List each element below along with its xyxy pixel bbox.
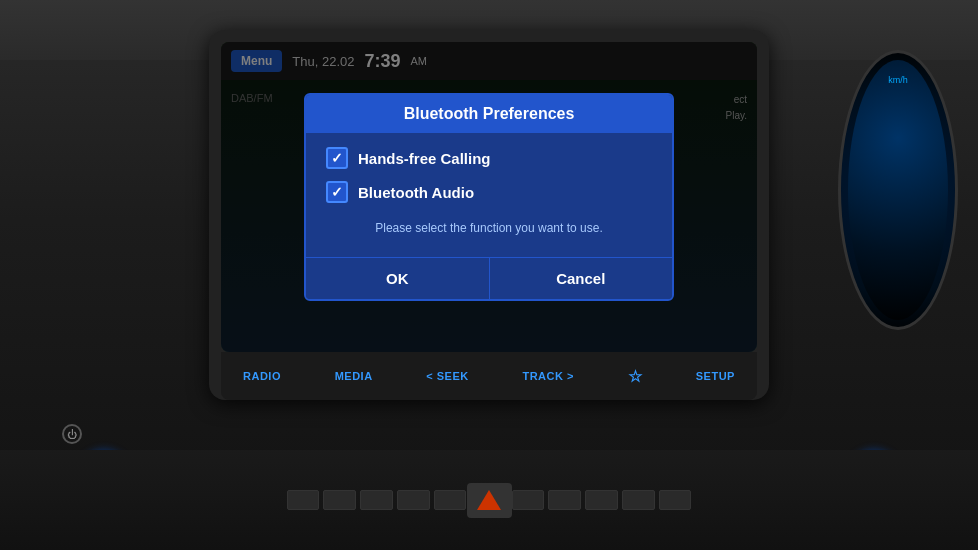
vent-slat	[548, 490, 581, 510]
hands-free-label: Hands-free Calling	[358, 150, 491, 167]
cluster-inner: km/h	[848, 60, 948, 320]
media-button[interactable]: MEDIA	[329, 366, 379, 386]
hands-free-checkbox[interactable]: ✓	[326, 147, 348, 169]
hands-free-checkmark: ✓	[331, 150, 343, 166]
vent-slat	[434, 490, 467, 510]
seek-button[interactable]: < SEEK	[420, 366, 474, 386]
hazard-button[interactable]	[467, 483, 512, 518]
left-vent	[287, 485, 467, 515]
dialog-buttons: OK Cancel	[306, 257, 672, 299]
bluetooth-audio-checkmark: ✓	[331, 184, 343, 200]
radio-button[interactable]: RADIO	[237, 366, 287, 386]
power-button[interactable]: ⏻	[62, 424, 82, 444]
vent-slat	[659, 490, 692, 510]
speed-unit: km/h	[888, 75, 908, 85]
cancel-button[interactable]: Cancel	[490, 258, 673, 299]
screen: Menu Thu, 22.02 7:39 AM DAB/FM ect Play.…	[221, 42, 757, 352]
hands-free-item[interactable]: ✓ Hands-free Calling	[326, 147, 652, 169]
favorite-button[interactable]: ☆	[622, 363, 649, 390]
dialog-note: Please select the function you want to u…	[326, 215, 652, 247]
dialog-title: Bluetooth Preferences	[306, 95, 672, 133]
vent-slat	[512, 490, 545, 510]
instrument-cluster: km/h	[838, 50, 958, 330]
right-vent	[512, 485, 692, 515]
dialog-body: ✓ Hands-free Calling ✓ Bluetooth Audio	[306, 133, 672, 257]
setup-button[interactable]: SETUP	[690, 366, 741, 386]
bluetooth-audio-item[interactable]: ✓ Bluetooth Audio	[326, 181, 652, 203]
bluetooth-audio-label: Bluetooth Audio	[358, 184, 474, 201]
vent-slat	[397, 490, 430, 510]
bluetooth-audio-checkbox[interactable]: ✓	[326, 181, 348, 203]
ok-button[interactable]: OK	[306, 258, 490, 299]
vent-slat	[287, 490, 320, 510]
bottom-area	[0, 450, 978, 550]
modal-overlay: Bluetooth Preferences ✓ Hands-free Calli…	[221, 42, 757, 352]
control-bar: RADIO MEDIA < SEEK TRACK > ☆ SETUP	[221, 352, 757, 400]
dashboard: km/h Menu Thu, 22.02 7:39 AM DAB/FM ect …	[0, 0, 978, 550]
hazard-icon	[477, 490, 501, 510]
vent-slat	[622, 490, 655, 510]
vent-slat	[323, 490, 356, 510]
bluetooth-preferences-dialog: Bluetooth Preferences ✓ Hands-free Calli…	[304, 93, 674, 301]
track-button[interactable]: TRACK >	[516, 366, 579, 386]
vent-slat	[360, 490, 393, 510]
vent-slat	[585, 490, 618, 510]
head-unit: Menu Thu, 22.02 7:39 AM DAB/FM ect Play.…	[209, 30, 769, 400]
